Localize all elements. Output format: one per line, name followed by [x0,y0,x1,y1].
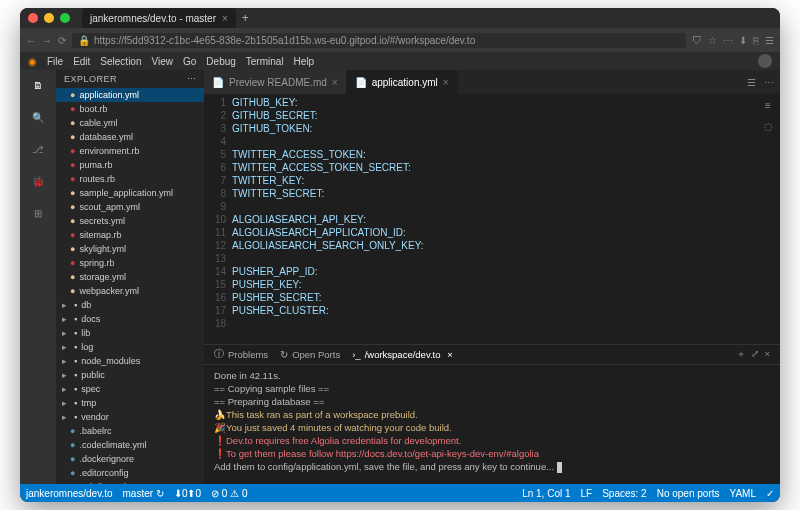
folder-label: public [81,368,105,382]
chevron-right-icon: ▸ [62,396,70,410]
download-icon[interactable]: ⬇ [739,35,747,46]
file-item[interactable]: ●scout_apm.yml [56,200,204,214]
browser-tab-title: jankeromnes/dev.to - master [90,13,216,24]
menu-terminal[interactable]: Terminal [246,56,284,67]
minimize-window-button[interactable] [44,13,54,23]
terminal-tab[interactable]: ›_ /workspace/dev.to × [352,349,453,360]
folder-item[interactable]: ▸▪vendor [56,410,204,424]
folder-item[interactable]: ▸▪log [56,340,204,354]
extensions-view-icon[interactable]: ⊞ [29,204,47,222]
status-item[interactable]: YAML [730,488,757,499]
folder-item[interactable]: ▸▪spec [56,382,204,396]
debug-icon[interactable]: 🐞 [29,172,47,190]
editor-tab[interactable]: 📄Preview README.md× [204,70,347,94]
menu-bar: ◉ FileEditSelectionViewGoDebugTerminalHe… [20,52,780,70]
close-tab-icon[interactable]: × [443,77,449,88]
maximize-window-button[interactable] [60,13,70,23]
reload-button[interactable]: ⟳ [58,35,66,46]
star-icon[interactable]: ☆ [708,35,717,46]
git-icon[interactable]: ⎇ [29,140,47,158]
more-actions-icon[interactable]: ⋯ [764,77,774,88]
file-label: .dockerignore [79,452,134,466]
status-item[interactable]: ⊘ 0 ⚠ 0 [211,488,247,499]
close-tab-icon[interactable]: × [332,77,338,88]
file-item[interactable]: ●.codeclimate.yml [56,438,204,452]
file-label: boot.rb [79,102,107,116]
file-item[interactable]: ●spring.rb [56,256,204,270]
gitpod-logo[interactable]: ◉ [28,56,37,67]
file-item[interactable]: ●webpacker.yml [56,284,204,298]
editor-area: 📄Preview README.md×📄application.yml× ☰ ⋯… [204,70,780,484]
status-item[interactable]: ⬇0⬆0 [174,488,201,499]
back-button[interactable]: ← [26,35,36,46]
file-icon: ● [70,116,75,130]
url-field[interactable]: 🔒 https://f5dd9312-c1bc-4e65-838e-2b1505… [72,33,686,48]
status-item[interactable]: LF [581,488,593,499]
file-item[interactable]: ●secrets.yml [56,214,204,228]
menu-debug[interactable]: Debug [206,56,235,67]
toggle-panel-icon[interactable]: ☰ [747,77,756,88]
status-item[interactable]: No open ports [657,488,720,499]
editor-tab[interactable]: 📄application.yml× [347,70,458,94]
new-tab-button[interactable]: + [242,11,249,25]
menu-edit[interactable]: Edit [73,56,90,67]
folder-item[interactable]: ▸▪node_modules [56,354,204,368]
file-item[interactable]: ●cable.yml [56,116,204,130]
panel-close-icon[interactable]: × [764,348,770,359]
folder-item[interactable]: ▸▪tmp [56,396,204,410]
menu-help[interactable]: Help [294,56,315,67]
menu-selection[interactable]: Selection [100,56,141,67]
explorer-more-icon[interactable]: ⋯ [187,74,197,84]
browser-tab[interactable]: jankeromnes/dev.to - master × [82,8,236,28]
folder-icon: ▪ [74,396,77,410]
panel-max-icon[interactable]: ⤢ [751,348,759,359]
file-item[interactable]: ●database.yml [56,130,204,144]
menu-view[interactable]: View [152,56,174,67]
library-icon[interactable]: ⎘ [753,35,759,46]
status-item[interactable]: jankeromnes/dev.to [26,488,113,499]
code-editor[interactable]: 123456789101112131415161718 GITHUB_KEY:G… [204,94,780,344]
avatar[interactable] [758,54,772,68]
open-ports-tab[interactable]: ↻ Open Ports [280,349,340,360]
menu-icon[interactable]: ☰ [765,35,774,46]
shield-icon[interactable]: ⛉ [692,35,702,46]
file-item[interactable]: ●storage.yml [56,270,204,284]
explorer-icon[interactable]: 🗎 [29,76,47,94]
close-tab-icon[interactable]: × [222,13,228,24]
panel-plus-icon[interactable]: ＋ [736,348,746,359]
extensions-icon[interactable]: ⋯ [723,35,733,46]
terminal-output[interactable]: Done in 42.11s.== Copying sample files =… [204,365,780,484]
folder-item[interactable]: ▸▪db [56,298,204,312]
file-item[interactable]: ●.babelrc [56,424,204,438]
menu-go[interactable]: Go [183,56,196,67]
status-item[interactable]: Ln 1, Col 1 [522,488,570,499]
file-item[interactable]: ●sample_application.yml [56,186,204,200]
folder-item[interactable]: ▸▪public [56,368,204,382]
folder-item[interactable]: ▸▪docs [56,312,204,326]
search-icon[interactable]: 🔍 [29,108,47,126]
status-item[interactable]: master ↻ [123,488,164,499]
forward-button[interactable]: → [42,35,52,46]
problems-tab[interactable]: ⓘ Problems [214,348,268,361]
file-item[interactable]: ●boot.rb [56,102,204,116]
file-item[interactable]: ●routes.rb [56,172,204,186]
status-item[interactable]: Spaces: 2 [602,488,646,499]
file-label: webpacker.yml [79,284,139,298]
chevron-right-icon: ▸ [62,410,70,424]
folder-item[interactable]: ▸▪lib [56,326,204,340]
status-item[interactable]: ✓ [766,488,774,499]
file-icon: 📄 [212,77,224,88]
file-item[interactable]: ●environment.rb [56,144,204,158]
menu-file[interactable]: File [47,56,63,67]
file-item[interactable]: ●sitemap.rb [56,228,204,242]
file-item[interactable]: ●application.yml [56,88,204,102]
github-icon[interactable]: ◌ [764,121,773,132]
file-label: storage.yml [79,270,126,284]
file-item[interactable]: ●.dockerignore [56,452,204,466]
close-window-button[interactable] [28,13,38,23]
file-item[interactable]: ●puma.rb [56,158,204,172]
file-item[interactable]: ●.editorconfig [56,466,204,480]
outline-icon[interactable]: ≡ [765,100,771,111]
file-item[interactable]: ●skylight.yml [56,242,204,256]
titlebar: jankeromnes/dev.to - master × + [20,8,780,28]
